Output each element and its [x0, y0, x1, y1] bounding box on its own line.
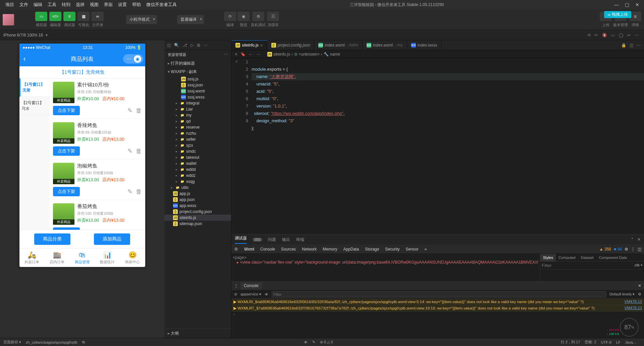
- file-item[interactable]: {}sssj.json: [164, 82, 231, 88]
- split-icon[interactable]: ◫: [167, 43, 171, 48]
- open-editors-section[interactable]: 打开的编辑器: [164, 59, 231, 68]
- context-select[interactable]: appservice ▾: [240, 292, 261, 296]
- folder-item[interactable]: 📁xsqg: [164, 179, 231, 185]
- file-item[interactable]: {}app.json: [164, 197, 231, 203]
- devtools-wxml[interactable]: Wxml: [244, 247, 254, 252]
- outline-section[interactable]: 大纲: [164, 329, 231, 338]
- editor-tab[interactable]: WXindex.wxml...\index: [314, 40, 362, 50]
- console-message[interactable]: ▶ WXMLRT_$7a685f636a6469616e632f70616765…: [231, 305, 644, 312]
- devtools-console[interactable]: Console: [260, 247, 275, 252]
- product-list[interactable]: 外卖商品 素什锦10月/份 库存:100 月销量95份 外卖¥10.00店内¥1…: [50, 78, 145, 230]
- preview-icon[interactable]: ◉: [237, 12, 250, 21]
- menu-edit[interactable]: 编辑: [31, 2, 45, 8]
- devtools-network[interactable]: Network: [302, 247, 317, 252]
- more-icon[interactable]: ⋯: [637, 43, 641, 48]
- simulator-button[interactable]: ▭: [35, 12, 47, 21]
- cls-toggle[interactable]: .cls: [634, 263, 640, 268]
- visual-button[interactable]: ▦: [77, 12, 90, 21]
- off-shelf-button[interactable]: 点击下架: [53, 146, 80, 156]
- more-icon[interactable]: ⋯: [204, 43, 208, 48]
- menu-help[interactable]: 帮助: [129, 2, 144, 8]
- capsule-close-icon[interactable]: ◉: [134, 55, 141, 63]
- file-item[interactable]: JSsiteinfo.js: [164, 215, 231, 221]
- scene-icon[interactable]: 👁: [304, 340, 308, 344]
- menu-goto[interactable]: 转到: [59, 2, 73, 8]
- off-shelf-button[interactable]: 点击下架: [53, 187, 80, 196]
- menu-select[interactable]: 选择: [73, 2, 87, 8]
- compile-icon[interactable]: ⟳: [224, 12, 236, 21]
- console-tab[interactable]: Console: [240, 282, 262, 289]
- off-shelf-button[interactable]: 点击下架: [53, 227, 80, 230]
- menu-view[interactable]: 视图: [87, 2, 101, 8]
- product-image[interactable]: 外卖商品: [53, 122, 74, 144]
- devtools-more-icon[interactable]: »: [425, 247, 427, 252]
- mode-dropdown[interactable]: 小程序模式: [126, 15, 157, 24]
- cut-icon[interactable]: ✄: [595, 33, 598, 38]
- menu-interface[interactable]: 界面: [101, 2, 115, 8]
- console-gear-icon[interactable]: ⚙: [638, 292, 641, 296]
- rotate-icon[interactable]: ⟲: [587, 33, 591, 38]
- compile-dropdown[interactable]: 普通编译: [177, 15, 204, 24]
- search-icon[interactable]: 🔍: [174, 43, 179, 48]
- kebab-icon[interactable]: ⋮: [631, 247, 635, 252]
- clear-cache-icon[interactable]: ☷: [267, 12, 279, 21]
- tabbar-item[interactable]: 😊商家中心: [120, 249, 145, 267]
- tabbar-item[interactable]: 🏬店内订单: [45, 249, 70, 267]
- ext-icon[interactable]: ⊞: [197, 43, 200, 48]
- tabbar-item[interactable]: 🛵外卖订单: [19, 249, 45, 267]
- file-item[interactable]: JSapp.js: [164, 191, 231, 197]
- back-icon[interactable]: ↩: [627, 33, 631, 38]
- delete-icon[interactable]: 🗑: [136, 107, 142, 114]
- debug-icon[interactable]: ▷: [191, 43, 194, 48]
- devtools-storage[interactable]: Storage: [365, 247, 379, 252]
- remote-debug-icon[interactable]: ⚙: [252, 12, 264, 21]
- page-path[interactable]: zh_cjdianc/pages/sjzx/spgl/cplb: [26, 340, 77, 344]
- dataset-tab[interactable]: Dataset: [578, 254, 596, 261]
- info-count[interactable]: ■ 94: [614, 247, 622, 252]
- console-close-icon[interactable]: ✕: [638, 283, 641, 288]
- console-body[interactable]: ▶ WXMLRI_$/a685f636a6469616e632f/0616/65…: [231, 299, 644, 338]
- category-item[interactable]: 【1号窗口】无骨: [19, 78, 50, 97]
- project-section[interactable]: WXAPP - 副本: [164, 68, 231, 76]
- home-icon[interactable]: ◯: [619, 33, 623, 38]
- dock-icon[interactable]: ◫: [638, 247, 641, 252]
- add-product-button[interactable]: 添加商品: [94, 233, 130, 245]
- console-filter-input[interactable]: [272, 291, 606, 297]
- file-item[interactable]: {}project.config.json: [164, 209, 231, 215]
- tabbar-item[interactable]: 🛍商品管理: [70, 249, 95, 267]
- devtools-memory[interactable]: Memory: [323, 247, 337, 252]
- menu-project[interactable]: 项目: [3, 2, 17, 8]
- eye-icon[interactable]: 👁: [265, 292, 268, 296]
- folder-item[interactable]: 📁integral: [164, 100, 231, 106]
- mute-icon[interactable]: 🔇: [602, 33, 607, 38]
- explorer-more-icon[interactable]: ⋯: [224, 52, 228, 57]
- edit-icon[interactable]: ✎: [127, 188, 132, 195]
- panel-close-icon[interactable]: ✕: [637, 237, 641, 242]
- dbg-tab-terminal[interactable]: 终端: [296, 237, 304, 243]
- menu-tools[interactable]: 工具: [45, 2, 59, 8]
- maximize-icon[interactable]: ▢: [625, 2, 629, 7]
- row-icon[interactable]: ≡: [235, 52, 237, 57]
- close-icon[interactable]: ✕: [635, 2, 639, 7]
- folder-item[interactable]: 📁seller: [164, 136, 231, 142]
- folder-item[interactable]: 📁takeout: [164, 154, 231, 160]
- encoding[interactable]: UTF-8: [601, 340, 611, 344]
- nav-fwd-icon[interactable]: →: [256, 52, 260, 57]
- folder-item[interactable]: 📁qd: [164, 118, 231, 124]
- computed-tab[interactable]: Computed: [556, 254, 578, 261]
- delete-icon[interactable]: 🗑: [136, 188, 142, 195]
- tab-close-icon[interactable]: ×: [260, 43, 263, 48]
- code-editor[interactable]: ▾ 123456789 module.exports = { name: "大鹏…: [231, 58, 644, 234]
- nav-back-icon[interactable]: ‹: [23, 55, 26, 63]
- category-item[interactable]: 【2号窗口】习水: [19, 97, 50, 115]
- file-item[interactable]: WXsssj.wxss: [164, 94, 231, 100]
- dbg-tab-problems[interactable]: 问题: [268, 237, 276, 243]
- devtools-security[interactable]: Security: [385, 247, 399, 252]
- folder-item[interactable]: 📁wddd: [164, 166, 231, 172]
- menu-settings[interactable]: 设置: [115, 2, 129, 8]
- debugger-button[interactable]: ≡: [63, 12, 75, 21]
- message-source[interactable]: VM476:13: [621, 306, 642, 310]
- indent[interactable]: 空格: 2: [585, 340, 596, 345]
- avatar[interactable]: [3, 14, 14, 25]
- add-style-icon[interactable]: +: [641, 263, 643, 268]
